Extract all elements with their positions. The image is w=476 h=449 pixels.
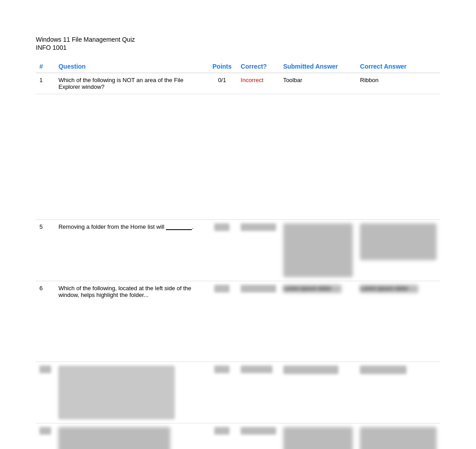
quiz-title: Windows 11 File Management Quiz (36, 36, 440, 43)
row-correct-answer: Ribbon (356, 73, 440, 94)
row-points: 0/1 (207, 220, 237, 281)
row-correct-answer: Lorem ipsum dolor sit amet consectetur a… (356, 220, 440, 281)
blurred-correct-answer: Lorem ipsum dolor (360, 285, 418, 293)
question-text: Which of the following, located at the l… (58, 285, 191, 298)
table-row: 12 Lorem ipsum dolor sit amet consectetu… (36, 423, 440, 449)
table-row: 1 Which of the following is NOT an area … (36, 73, 440, 94)
row-submitted-answer: Answer (280, 362, 357, 423)
row-correct-status: Incorrect (237, 73, 280, 94)
row-correct-status: Incorrect (237, 281, 280, 362)
row-points: 1/1 (207, 362, 237, 423)
row-num: 5 (36, 220, 55, 281)
row-question: Which of the following is NOT an area of… (55, 73, 207, 94)
blurred-points: 0/1 (214, 285, 229, 292)
table-row: 11 Lorem ipsum dolor sit amet consectetu… (36, 362, 440, 423)
quiz-table: # Question Points Correct? Submitted Ans… (36, 60, 440, 449)
blurred-correct: Incorrect (241, 223, 276, 231)
row-correct-answer: Answer (356, 362, 440, 423)
row-num: 6 (36, 281, 55, 362)
row-num: 1 (36, 73, 55, 94)
row-submitted-answer: Lorem ipsum dolor sit amet consectetur a… (280, 220, 357, 281)
row-points: 0/1 (207, 281, 237, 362)
row-correct-answer: Lorem ipsum dolor (356, 281, 440, 362)
blurred-points: 0/1 (214, 223, 229, 231)
row-correct-status: Incorrect (237, 220, 280, 281)
col-header-correct-answer: Correct Answer (356, 60, 440, 73)
row-question: Removing a folder from the Home list wil… (55, 220, 207, 281)
blurred-correct-answer: Lorem ipsum dolor sit amet consectetur a… (360, 223, 437, 260)
table-row: 6 Which of the following, located at the… (36, 281, 440, 362)
row-num: 11 (36, 362, 55, 423)
blurred-question: Lorem ipsum dolor sit amet consectetur a… (58, 427, 170, 449)
col-header-num: # (36, 60, 55, 73)
row-submitted-answer: Lorem ipsum dolor (280, 281, 357, 362)
page-container: Windows 11 File Management Quiz INFO 100… (0, 0, 476, 449)
row-points: 0/1 (207, 73, 237, 94)
question-text: Which of the following is NOT an area of… (58, 77, 183, 90)
col-header-correct: Correct? (237, 60, 280, 73)
table-row-spacer (36, 94, 440, 220)
row-correct-status: Correct (237, 362, 280, 423)
blurred-question-image: Lorem ipsum dolor sit amet consectetur a… (58, 366, 175, 419)
blurred-submitted: Lorem ipsum dolor sit amet consectetur a… (283, 427, 353, 449)
row-submitted-answer: Lorem ipsum dolor sit amet consectetur a… (280, 423, 357, 449)
blurred-submitted: Lorem ipsum dolor sit amet consectetur a… (283, 223, 353, 277)
row-question: Lorem ipsum dolor sit amet consectetur a… (55, 423, 207, 449)
question-text: Removing a folder from the Home list wil… (58, 223, 193, 230)
row-correct-answer: Lorem ipsum dolor sit amet consectetur (356, 423, 440, 449)
col-header-points: Points (207, 60, 237, 73)
row-question: Which of the following, located at the l… (55, 281, 207, 362)
row-points: 0/1 (207, 423, 237, 449)
row-correct-status: Incorrect (237, 423, 280, 449)
row-num: 12 (36, 423, 55, 449)
quiz-subtitle: INFO 1001 (36, 44, 440, 51)
incorrect-badge: Incorrect (241, 77, 264, 83)
col-header-submitted: Submitted Answer (280, 60, 357, 73)
blurred-submitted: Lorem ipsum dolor (283, 285, 342, 293)
blurred-correct: Incorrect (241, 285, 276, 292)
table-row: 5 Removing a folder from the Home list w… (36, 220, 440, 281)
row-question: Lorem ipsum dolor sit amet consectetur a… (55, 362, 207, 423)
col-header-question: Question (55, 60, 207, 73)
row-submitted-answer: Toolbar (280, 73, 357, 94)
blurred-correct-answer: Lorem ipsum dolor sit amet consectetur (360, 427, 437, 449)
